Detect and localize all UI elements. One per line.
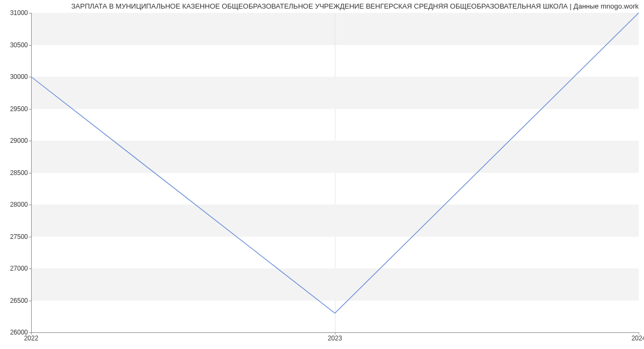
- x-tick-label: 2023: [328, 335, 342, 342]
- y-tick-label: 29000: [1, 137, 28, 144]
- chart-line-svg: [31, 13, 639, 332]
- x-tick-label: 2022: [24, 335, 39, 342]
- chart-plot-area: [31, 13, 639, 332]
- y-tick-label: 28000: [1, 201, 28, 208]
- y-tick-label: 29500: [1, 105, 28, 113]
- y-tick-label: 31000: [1, 9, 28, 17]
- y-tick-label: 27500: [1, 233, 28, 241]
- y-tick-label: 28500: [1, 169, 28, 177]
- y-tick-label: 30000: [1, 73, 28, 81]
- x-tick-label: 2024: [632, 335, 644, 342]
- y-axis-line: [31, 13, 32, 332]
- y-tick-label: 27000: [1, 265, 28, 272]
- y-tick-label: 26500: [1, 297, 28, 304]
- y-tick-label: 30500: [1, 41, 28, 49]
- data-series-line: [31, 13, 639, 313]
- chart-title: ЗАРПЛАТА В МУНИЦИПАЛЬНОЕ КАЗЕННОЕ ОБЩЕОБ…: [71, 2, 639, 10]
- x-axis-line: [31, 332, 639, 333]
